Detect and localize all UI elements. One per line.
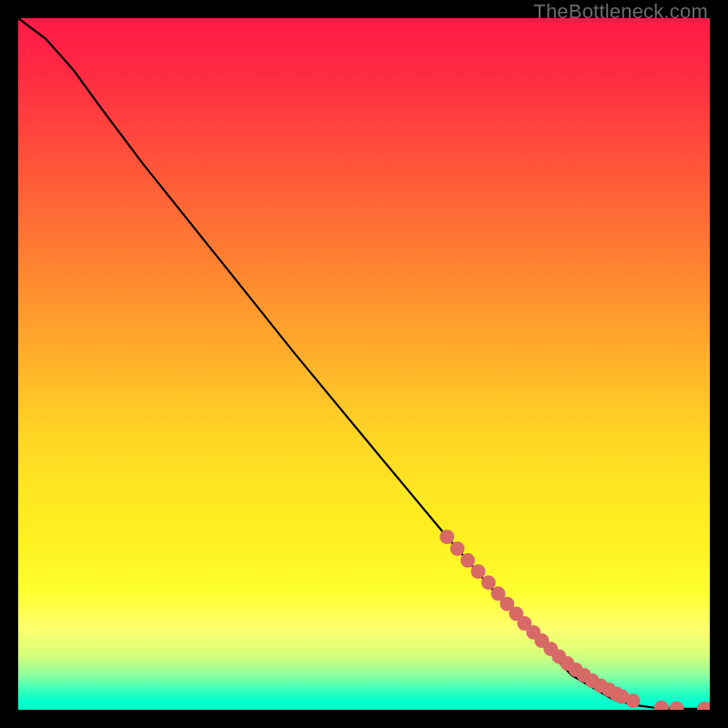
- plot-area: [18, 18, 710, 710]
- data-point: [450, 541, 465, 556]
- chart-frame: TheBottleneck.com: [0, 0, 728, 728]
- series-curve: [18, 18, 710, 709]
- data-point: [460, 553, 475, 568]
- data-point: [670, 702, 684, 711]
- chart-svg: [18, 18, 710, 710]
- data-point: [470, 564, 485, 579]
- series-points: [440, 530, 710, 710]
- data-point: [440, 530, 454, 544]
- data-point: [654, 701, 669, 710]
- data-point: [481, 575, 496, 590]
- data-point: [626, 693, 641, 708]
